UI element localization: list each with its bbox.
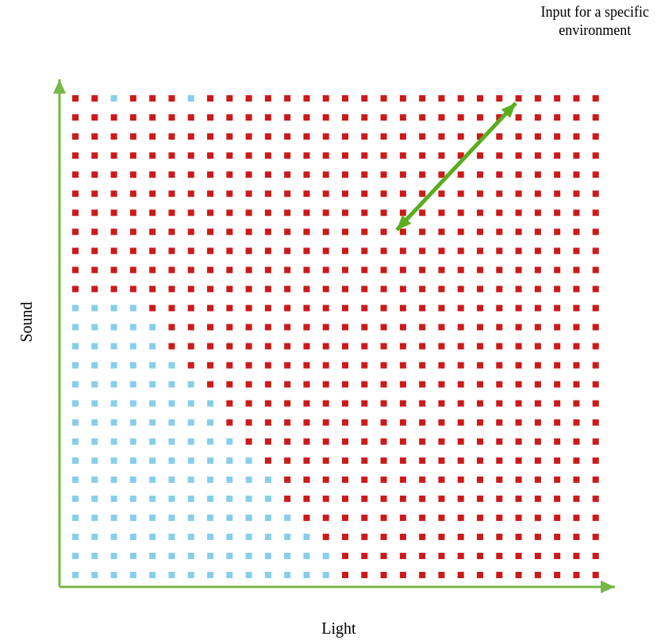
annotation-label: Input for a specificenvironment [541, 3, 649, 40]
y-axis-label: Sound [17, 301, 36, 342]
scatter-plot [0, 0, 657, 644]
chart-container: Sound Light Input for a specificenvironm… [0, 0, 657, 644]
x-axis-label: Light [321, 619, 355, 638]
